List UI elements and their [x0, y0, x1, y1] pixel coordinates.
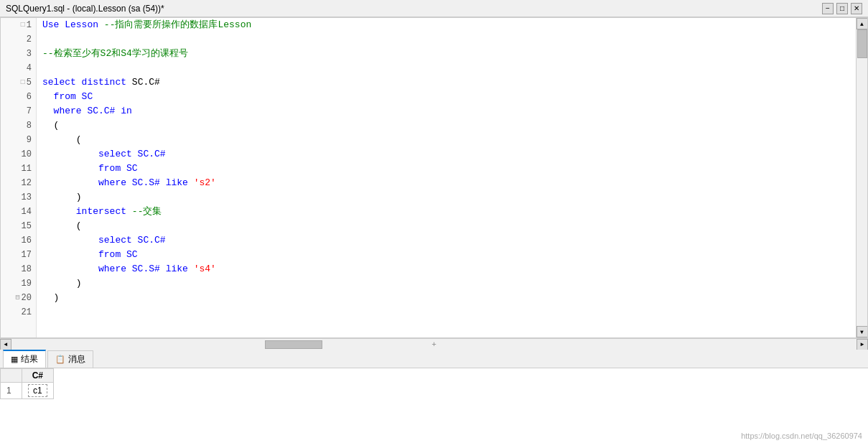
code-line: select distinct SC.C#: [37, 75, 856, 90]
line-number: 18: [1, 262, 36, 276]
line-number: 8: [1, 118, 36, 133]
vertical-scrollbar[interactable]: ▲ ▼: [856, 18, 867, 337]
code-line: [37, 32, 856, 47]
h-scroll-thumb[interactable]: [265, 340, 322, 349]
code-line: (: [37, 133, 856, 147]
line-number: 3: [1, 47, 36, 61]
code-token: 's4': [194, 262, 216, 276]
code-token: (: [42, 219, 82, 233]
code-line: [37, 61, 856, 75]
code-token: ): [42, 291, 59, 305]
line-number: 19: [1, 276, 36, 291]
results-panel: ▦结果📋消息 C#1c1 https://blog.csdn.net/qq_36…: [0, 350, 868, 443]
code-line: ): [37, 276, 856, 291]
line-number: 2: [1, 32, 36, 47]
title-bar: SQLQuery1.sql - (local).Lesson (sa (54))…: [0, 0, 868, 17]
line-number: 16: [1, 233, 36, 248]
results-table-container[interactable]: C#1c1: [0, 368, 868, 443]
code-line: [37, 305, 856, 320]
line-number: ⊟20: [1, 291, 36, 305]
line-number: 14: [1, 205, 36, 219]
code-token: (: [42, 133, 82, 147]
table-header: C#: [22, 369, 54, 383]
line-number: 10: [1, 147, 36, 162]
line-number: □1: [1, 18, 36, 32]
code-line: from SC: [37, 90, 856, 104]
line-number: 17: [1, 248, 36, 262]
code-token: SC.C#: [132, 75, 160, 90]
code-token: where SC.S#: [42, 176, 166, 190]
window-controls: − □ ✕: [822, 3, 862, 14]
results-tabs: ▦结果📋消息: [0, 350, 868, 368]
code-line: where SC.C# in: [37, 104, 856, 118]
collapse-icon[interactable]: □: [21, 75, 25, 90]
results-tab-icon: ▦: [11, 355, 18, 364]
scroll-thumb[interactable]: [857, 29, 867, 58]
code-line: select SC.C#: [37, 233, 856, 248]
code-token: intersect: [42, 205, 132, 219]
code-line: where SC.S# like 's2': [37, 176, 856, 190]
scroll-up-arrow[interactable]: ▲: [857, 18, 868, 29]
line-number: 11: [1, 162, 36, 176]
collapse-icon[interactable]: □: [21, 18, 25, 32]
tab-results[interactable]: ▦结果: [3, 350, 46, 368]
line-number: 12: [1, 176, 36, 190]
tab-messages[interactable]: 📋消息: [47, 350, 93, 368]
code-token: in: [121, 104, 132, 118]
line-numbers: □1234□5678910111213141516171819⊟2021: [1, 18, 37, 337]
code-token: ): [42, 276, 82, 291]
code-token: 's2': [194, 176, 216, 190]
code-editor[interactable]: Use Lesson --指向需要所操作的数据库Lesson --检索至少有S2…: [37, 18, 856, 337]
scroll-track[interactable]: [857, 29, 867, 326]
code-line: (: [37, 118, 856, 133]
watermark: https://blog.csdn.net/qq_36260974: [741, 432, 862, 440]
results-table: C#1c1: [0, 368, 54, 399]
code-token: Use Lesson: [42, 18, 104, 32]
code-token: select distinct: [42, 75, 132, 90]
code-line: Use Lesson --指向需要所操作的数据库Lesson: [37, 18, 856, 32]
code-line: --检索至少有S2和S4学习的课程号: [37, 47, 856, 61]
scroll-left-arrow[interactable]: ◄: [0, 339, 11, 350]
horizontal-scrollbar[interactable]: ◄ + ►: [0, 338, 868, 350]
code-token: where SC.C#: [42, 104, 121, 118]
code-line: select SC.C#: [37, 147, 856, 162]
code-token: --检索至少有S2和S4学习的课程号: [42, 47, 188, 61]
code-token: from SC: [42, 162, 138, 176]
code-line: where SC.S# like 's4': [37, 262, 856, 276]
scroll-right-arrow[interactable]: ►: [857, 339, 868, 350]
code-line: (: [37, 219, 856, 233]
code-line: from SC: [37, 162, 856, 176]
code-token: like: [166, 262, 194, 276]
scroll-down-arrow[interactable]: ▼: [857, 326, 868, 337]
maximize-button[interactable]: □: [836, 3, 848, 14]
code-token: where SC.S#: [42, 262, 166, 276]
editor-container: □1234□5678910111213141516171819⊟2021 Use…: [0, 17, 868, 338]
code-token: from SC: [42, 248, 138, 262]
line-number: 9: [1, 133, 36, 147]
messages-tab-label: 消息: [68, 353, 85, 365]
minimize-button[interactable]: −: [822, 3, 834, 14]
code-token: select SC.C#: [42, 147, 166, 162]
table-cell: c1: [22, 383, 54, 399]
code-token: ): [42, 190, 82, 205]
code-line: ): [37, 291, 856, 305]
code-token: --指向需要所操作的数据库Lesson: [104, 18, 251, 32]
collapse-icon[interactable]: ⊟: [16, 291, 20, 305]
code-line: ): [37, 190, 856, 205]
h-scroll-track[interactable]: +: [11, 339, 857, 350]
line-number: 15: [1, 219, 36, 233]
row-number: 1: [1, 383, 22, 399]
line-number: 6: [1, 90, 36, 104]
line-number: 21: [1, 305, 36, 320]
code-token: (: [42, 118, 59, 133]
messages-tab-icon: 📋: [55, 355, 65, 364]
code-line: intersect --交集: [37, 205, 856, 219]
code-token: like: [166, 176, 194, 190]
line-number: 4: [1, 61, 36, 75]
code-token: select SC.C#: [42, 233, 166, 248]
results-tab-label: 结果: [21, 353, 38, 365]
code-line: from SC: [37, 248, 856, 262]
close-button[interactable]: ✕: [851, 3, 862, 14]
line-number: □5: [1, 75, 36, 90]
code-token: --交集: [132, 205, 162, 219]
